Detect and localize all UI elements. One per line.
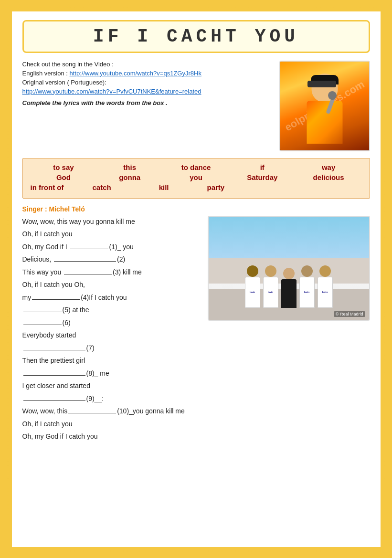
- page-title: IF I CACHT YOU: [33, 26, 359, 47]
- lyric-line-12: Then the prettiest girl: [22, 355, 202, 367]
- lyric-line-18: Oh, my God if I catch you: [22, 431, 202, 442]
- word-to-say: to say: [31, 163, 97, 171]
- word-way: way: [296, 163, 362, 171]
- blank-2: [54, 261, 116, 262]
- team-people: bwin bwin bwin: [209, 265, 369, 308]
- lyric-line-11: (7): [22, 342, 202, 354]
- lyrics-column: Wow, wow, this way you gonna kill me Oh,…: [22, 216, 202, 443]
- check-text: Check out the song in the Video :: [22, 61, 274, 68]
- lyric-line-3: Oh, my God if I (1)_ you: [22, 241, 202, 253]
- word-god: God: [31, 173, 97, 181]
- word-delicious: delicious: [296, 173, 362, 181]
- bottom-section: Wow, wow, this way you gonna kill me Oh,…: [22, 216, 370, 443]
- word-party: party: [207, 183, 225, 191]
- lyric-line-6: Oh, if I catch you Oh,: [22, 279, 202, 291]
- intro-text: Check out the song in the Video : Englis…: [22, 61, 274, 109]
- word-in-front-of: in front of: [31, 183, 64, 191]
- lyric-line-17: Oh, if I catch you: [22, 418, 202, 430]
- word-saturday: Saturday: [229, 173, 296, 181]
- lyric-line-4: Delicious, (2): [22, 253, 202, 265]
- singer-photo: eolprintables.com: [279, 61, 370, 151]
- english-link[interactable]: http://www.youtube.com/watch?v=qs1ZGyJr8…: [70, 70, 201, 77]
- person-2: bwin: [263, 265, 278, 308]
- word-you: you: [163, 173, 229, 181]
- english-label: English version :: [22, 70, 68, 77]
- person-3: [281, 268, 297, 308]
- lyric-line-8: (5) at the: [22, 304, 202, 316]
- lyric-line-15: (9)__:: [22, 393, 202, 405]
- blank-9: [23, 400, 85, 401]
- word-box-row-1: to say this to dance if way: [31, 163, 362, 171]
- blank-7: [23, 350, 85, 350]
- lyric-line-1: Wow, wow, this way you gonna kill me: [22, 216, 202, 228]
- lyrics-section: Wow, wow, this way you gonna kill me Oh,…: [22, 216, 202, 442]
- word-box-row-2: God gonna you Saturday delicious: [31, 173, 362, 181]
- lyric-line-13: (8)_ me: [22, 368, 202, 379]
- blank-5: [23, 312, 62, 312]
- lyric-line-7: my(4)If I catch you: [22, 292, 202, 304]
- word-box: to say this to dance if way God gonna yo…: [22, 158, 370, 199]
- lyric-line-2: Oh, if I catch you: [22, 228, 202, 240]
- word-if: if: [229, 163, 296, 171]
- singer-label: Singer : Michel Teló: [22, 205, 370, 213]
- word-catch: catch: [92, 183, 111, 191]
- word-to-dance: to dance: [163, 163, 229, 171]
- title-box: IF I CACHT YOU: [22, 20, 370, 53]
- blank-1: [70, 249, 108, 249]
- lyric-line-16: Wow, wow, this(10)_you gonna kill me: [22, 405, 202, 417]
- lyric-line-14: I get closer and started: [22, 380, 202, 392]
- blank-8: [23, 375, 85, 376]
- lyric-line-5: This way you (3) kill me: [22, 266, 202, 278]
- instruction: Complete the lyrics with the words from …: [22, 99, 274, 107]
- blank-6: [23, 325, 62, 325]
- blank-3: [64, 274, 112, 274]
- blank-10: [68, 413, 116, 413]
- team-photo: bwin bwin bwin: [208, 216, 370, 321]
- original-version: Original version ( Portuguese):: [22, 79, 274, 86]
- word-kill: kill: [159, 183, 169, 191]
- lyric-line-9: (6): [22, 317, 202, 329]
- english-version: English version : http://www.youtube.com…: [22, 70, 274, 77]
- person-5: bwin: [318, 265, 333, 308]
- person-4: bwin: [299, 265, 315, 308]
- original-url-line: http://www.youtube.com/watch?v=PvfvCU7tN…: [22, 88, 274, 95]
- lyric-line-10: Everybody started: [22, 329, 202, 341]
- original-link[interactable]: http://www.youtube.com/watch?v=PvfvCU7tN…: [22, 88, 201, 95]
- page: IF I CACHT YOU Check out the song in the…: [10, 10, 382, 549]
- person-1: bwin: [245, 265, 260, 308]
- copyright-label: © Real Madrid: [334, 311, 365, 317]
- original-label: Original version ( Portuguese):: [22, 79, 106, 86]
- word-box-row-3: in front of catch kill party: [31, 183, 362, 191]
- singer-photo-inner: eolprintables.com: [280, 62, 369, 150]
- team-photo-bg: bwin bwin bwin: [209, 217, 369, 320]
- blank-4: [32, 299, 80, 300]
- word-this: this: [96, 163, 163, 171]
- intro-section: Check out the song in the Video : Englis…: [22, 61, 370, 151]
- word-gonna: gonna: [96, 173, 163, 181]
